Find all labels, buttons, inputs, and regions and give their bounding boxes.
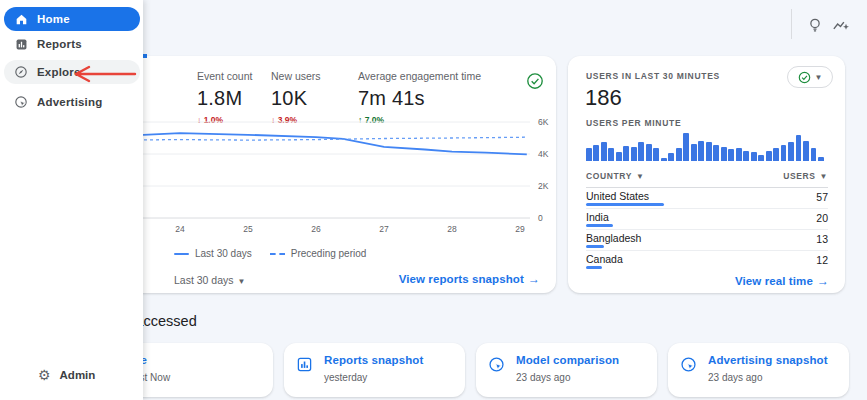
chevron-down-icon: ▼ <box>819 172 828 181</box>
chart-legend: Last 30 days Preceding period <box>174 248 366 259</box>
minute-bar <box>661 158 667 161</box>
chevron-down-icon: ▼ <box>636 172 645 181</box>
view-reports-snapshot-link[interactable]: View reports snapshot→ <box>399 272 540 286</box>
minute-bar <box>781 145 787 161</box>
svg-text:26: 26 <box>311 224 321 234</box>
lightbulb-icon[interactable] <box>804 14 826 36</box>
metric-label: Average engagement time <box>358 70 481 82</box>
minute-bar <box>653 148 659 161</box>
metric-delta: ↑ 7.0% <box>358 115 481 125</box>
recent-card-title: Reports snapshot <box>324 354 423 366</box>
svg-text:4K: 4K <box>538 149 549 159</box>
country-value-bar <box>586 203 664 206</box>
svg-text:28: 28 <box>447 224 457 234</box>
minute-bar <box>616 152 622 161</box>
country-name: India <box>586 211 609 223</box>
minute-bar <box>811 148 817 161</box>
recent-card-reports-snapshot[interactable]: Reports snapshot yesterday <box>284 343 465 397</box>
recent-card-time: 23 days ago <box>516 372 571 383</box>
header-divider <box>791 9 792 39</box>
realtime-users-value: 186 <box>585 85 622 111</box>
metric-value: 7m 41s <box>358 87 481 110</box>
minute-bar <box>713 145 719 161</box>
country-name: Canada <box>586 253 623 265</box>
minute-bar <box>601 142 607 161</box>
users-sort-header: USERS▼ <box>783 171 828 187</box>
ga4-home-page: Event count 1.8M ↓ 1.0% New users 10K ↓ … <box>0 0 867 400</box>
metric-value: 1.8M <box>197 87 252 110</box>
recent-card-advertising-snapshot[interactable]: Advertising snapshot 23 days ago <box>668 343 849 397</box>
svg-text:27: 27 <box>379 224 389 234</box>
minute-bar <box>691 144 697 161</box>
minute-bar <box>721 147 727 161</box>
metric-delta: ↓ 3.9% <box>271 115 321 125</box>
sidebar-item-home[interactable]: Home <box>4 7 140 31</box>
minute-bar <box>818 157 824 161</box>
country-sort-header: COUNTRY▼ <box>586 171 644 187</box>
recent-card-model-comparison[interactable]: Model comparison 23 days ago <box>476 343 657 397</box>
minute-bar <box>698 141 704 161</box>
svg-text:6K: 6K <box>538 117 549 127</box>
solid-line-legend-marker <box>174 253 189 255</box>
table-row[interactable]: United States 57 <box>586 187 828 209</box>
view-real-time-link[interactable]: View real time→ <box>735 274 829 288</box>
right-arrow-icon: → <box>817 274 829 288</box>
metric-avg-engagement-time[interactable]: Average engagement time 7m 41s ↑ 7.0% <box>358 70 481 125</box>
advertising-icon <box>680 356 698 374</box>
minute-bar <box>751 152 757 161</box>
sidebar-item-reports[interactable]: Reports <box>4 32 140 56</box>
recent-card-title: Model comparison <box>516 354 619 366</box>
minute-bar <box>638 142 644 161</box>
table-row[interactable]: Bangladesh 13 <box>586 229 828 251</box>
country-users: 20 <box>816 212 828 224</box>
minute-bar <box>766 151 772 161</box>
minute-bar <box>593 145 599 161</box>
metric-new-users[interactable]: New users 10K ↓ 3.9% <box>271 70 321 125</box>
svg-text:2K: 2K <box>538 181 549 191</box>
insights-icon[interactable] <box>829 14 851 36</box>
navigation-sidebar: Home Reports Explore <box>0 0 143 400</box>
country-name: Bangladesh <box>586 232 641 244</box>
right-arrow-icon: → <box>528 272 540 286</box>
minute-bar <box>788 142 794 161</box>
sidebar-item-explore[interactable]: Explore <box>4 60 140 84</box>
recent-card-title: Advertising snapshot <box>708 354 828 366</box>
minute-bar <box>646 144 652 161</box>
svg-text:0: 0 <box>538 213 543 223</box>
sidebar-item-advertising[interactable]: Advertising <box>4 90 140 114</box>
advertising-icon <box>488 356 506 374</box>
metric-event-count[interactable]: Event count 1.8M ↓ 1.0% <box>197 70 252 125</box>
country-users: 57 <box>816 191 828 203</box>
minute-bar <box>631 147 637 161</box>
sidebar-item-label: Admin <box>60 369 96 381</box>
table-row[interactable]: Canada 12 <box>586 250 828 271</box>
minute-bar <box>773 148 779 161</box>
chevron-down-icon: ▼ <box>238 277 246 286</box>
svg-text:24: 24 <box>175 224 185 234</box>
minute-bar <box>623 146 629 161</box>
svg-text:25: 25 <box>243 224 253 234</box>
minute-bar <box>668 153 674 161</box>
realtime-users-card: USERS IN LAST 30 MINUTES 186 ▼ USERS PER… <box>568 56 845 293</box>
country-users: 12 <box>816 254 828 266</box>
minute-bar <box>676 148 682 161</box>
svg-text:29: 29 <box>515 224 525 234</box>
country-value-bar <box>586 224 613 227</box>
minute-bar <box>586 148 592 161</box>
sidebar-item-label: Advertising <box>37 96 102 108</box>
minute-bar <box>706 142 712 161</box>
date-range-selector[interactable]: Last 30 days▼ <box>174 274 245 286</box>
check-circle-icon <box>798 71 811 84</box>
table-row[interactable]: India 20 <box>586 208 828 230</box>
realtime-table-header[interactable]: COUNTRY▼ USERS▼ <box>586 171 828 188</box>
realtime-status-dropdown[interactable]: ▼ <box>787 66 833 88</box>
sidebar-item-label: Home <box>37 13 70 25</box>
reports-icon <box>14 37 28 51</box>
country-value-bar <box>586 245 604 248</box>
sidebar-item-admin[interactable]: ⚙ Admin <box>4 363 140 387</box>
recent-card-time: 23 days ago <box>708 372 763 383</box>
check-circle-icon <box>526 72 544 90</box>
minute-bar <box>803 141 809 161</box>
gear-icon: ⚙ <box>38 368 51 382</box>
country-users: 13 <box>816 233 828 245</box>
